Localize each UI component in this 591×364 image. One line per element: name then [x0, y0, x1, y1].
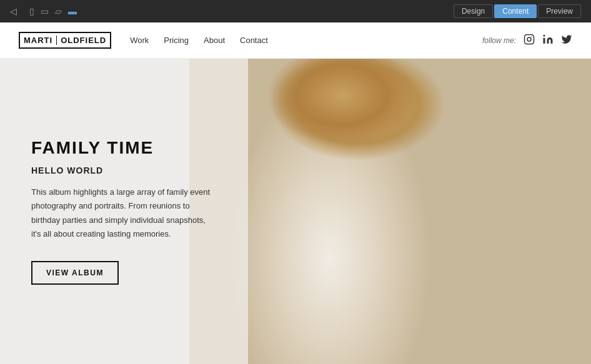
nav-link-contact[interactable]: Contact	[240, 36, 268, 45]
instagram-icon[interactable]	[524, 34, 535, 47]
hero-photo-inner	[189, 59, 591, 364]
svg-rect-0	[525, 34, 534, 44]
mobile-icon[interactable]: ▱	[55, 6, 62, 16]
hero-section: FAMILY TIME HELLO WORLD This album highl…	[0, 59, 591, 364]
back-icon[interactable]: ◁	[10, 6, 17, 16]
follow-label: follow me:	[482, 36, 516, 45]
svg-point-2	[531, 36, 532, 37]
tablet-landscape-icon[interactable]: ▭	[41, 6, 49, 16]
tablet-portrait-icon[interactable]: ▯	[29, 6, 34, 16]
hero-content: FAMILY TIME HELLO WORLD This album highl…	[0, 59, 248, 364]
nav-link-about[interactable]: About	[204, 36, 225, 45]
nav-link-work[interactable]: Work	[130, 36, 149, 45]
nav-links: Work Pricing About Contact	[130, 36, 482, 45]
hero-description: This album highlights a large array of f…	[31, 185, 217, 240]
preview-mode-button[interactable]: Preview	[538, 4, 581, 18]
hero-photo	[189, 59, 591, 364]
hero-title: FAMILY TIME	[31, 138, 217, 158]
top-bar: ◁ ▯ ▭ ▱ ▬ Design Content Preview	[0, 0, 591, 22]
logo-last-name: OLDFIELD	[57, 36, 106, 45]
logo[interactable]: MARTI OLDFIELD	[19, 32, 111, 49]
top-bar-left: ◁ ▯ ▭ ▱ ▬	[10, 6, 77, 16]
main-nav: MARTI OLDFIELD Work Pricing About Contac…	[0, 22, 591, 59]
nav-right: follow me:	[482, 34, 572, 47]
linkedin-icon[interactable]	[542, 34, 554, 47]
website-preview: MARTI OLDFIELD Work Pricing About Contac…	[0, 22, 591, 364]
logo-first-name: MARTI	[24, 36, 57, 45]
view-album-button[interactable]: VIEW ALBUM	[31, 261, 119, 285]
svg-point-1	[527, 37, 531, 41]
design-mode-button[interactable]: Design	[454, 4, 493, 18]
nav-link-pricing[interactable]: Pricing	[164, 36, 189, 45]
mode-buttons: Design Content Preview	[454, 4, 581, 18]
device-switcher: ▯ ▭ ▱ ▬	[29, 6, 77, 16]
svg-point-3	[544, 34, 545, 36]
content-mode-button[interactable]: Content	[494, 4, 537, 18]
twitter-icon[interactable]	[561, 34, 572, 47]
desktop-icon[interactable]: ▬	[68, 6, 77, 16]
hero-subtitle: HELLO WORLD	[31, 165, 217, 175]
